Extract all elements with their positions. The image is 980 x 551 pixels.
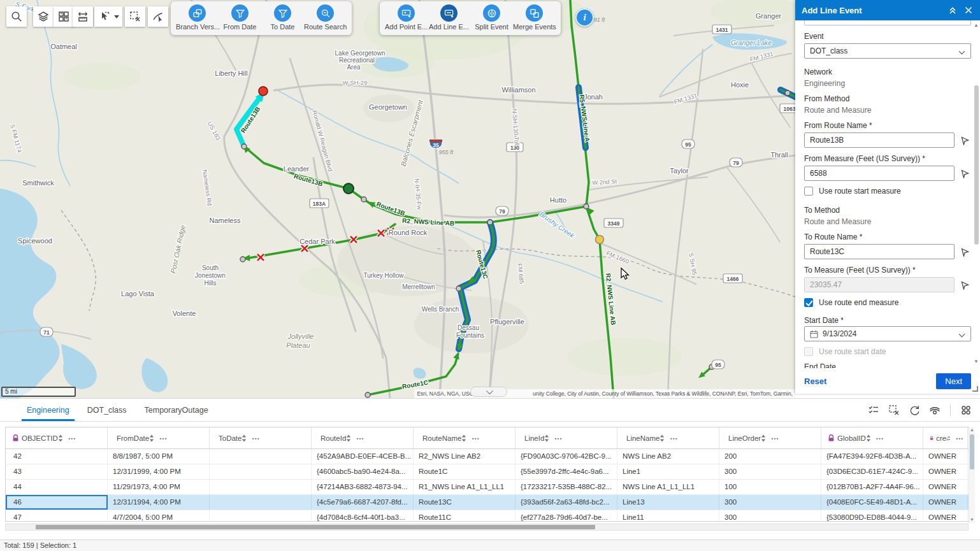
pick-from-measure-on-map-button[interactable]: [958, 167, 971, 180]
table-cell[interactable]: [210, 495, 312, 510]
scroll-down-icon[interactable]: ▼: [969, 517, 975, 523]
table-cell[interactable]: 4/7/2004, 5:00 PM: [108, 510, 210, 522]
table-row[interactable]: 4612/31/1994, 4:00 PM{4c5e79a6-6687-4207…: [6, 495, 974, 510]
table-row[interactable]: 428/8/1987, 5:00 PM{452A9ABD-E0EF-4CEB-B…: [6, 449, 974, 464]
collapse-panel-button[interactable]: [947, 4, 958, 16]
column-header-lineid[interactable]: LineId●●●: [515, 427, 617, 448]
table-cell[interactable]: {012B70B1-A2F7-4A4F-96...: [821, 480, 923, 494]
toolbar-button-split-event[interactable]: Split Event: [470, 3, 513, 31]
table-cell[interactable]: 300: [719, 510, 821, 522]
table-cell[interactable]: OWNER: [923, 495, 968, 510]
table-cell[interactable]: {ef277a28-79d6-40d7-be...: [515, 510, 617, 522]
tab-temporaryoutage[interactable]: TemporaryOutage: [136, 399, 217, 421]
next-button[interactable]: Next: [936, 373, 971, 389]
select-by-shape-button[interactable]: [148, 6, 168, 27]
table-cell[interactable]: {393ad56f-2a63-48fd-bc2...: [515, 495, 617, 510]
search-button[interactable]: [6, 6, 27, 27]
table-cell[interactable]: OWNER: [923, 480, 968, 494]
column-menu-icon[interactable]: ●●●: [771, 436, 779, 440]
table-cell[interactable]: Line1: [617, 464, 719, 479]
table-cell[interactable]: Line11: [617, 510, 719, 522]
sort-icon[interactable]: [58, 434, 63, 442]
pick-to-route-on-map-button[interactable]: [958, 245, 971, 258]
table-row[interactable]: 4312/31/1999, 4:00 PM{4600abc5-ba90-4e24…: [6, 464, 974, 480]
table-cell[interactable]: {47214AB3-6882-4873-94...: [312, 480, 414, 494]
table-cell[interactable]: Route13C: [414, 495, 515, 510]
table-cell[interactable]: 100: [719, 480, 821, 494]
column-menu-icon[interactable]: ●●●: [356, 436, 364, 440]
horizontal-scrollbar[interactable]: [5, 524, 969, 531]
table-cell[interactable]: {4600abc5-ba90-4e24-8a...: [312, 464, 414, 479]
column-header-objectid[interactable]: OBJECTID●●●: [6, 427, 108, 448]
table-cell[interactable]: OWNER: [923, 464, 968, 479]
scroll-down-icon[interactable]: ▼: [974, 359, 979, 364]
column-menu-icon[interactable]: ●●●: [554, 436, 562, 440]
pick-to-measure-on-map-button[interactable]: [958, 278, 971, 291]
table-cell[interactable]: 46: [6, 495, 108, 510]
reset-button[interactable]: Reset: [804, 376, 826, 386]
table-cell[interactable]: 12/31/1994, 4:00 PM: [108, 495, 210, 510]
sort-icon[interactable]: [461, 434, 466, 442]
table-cell[interactable]: {55e3997d-2ffc-4e4c-9a6...: [515, 464, 617, 479]
panel-scrollbar[interactable]: [974, 28, 979, 362]
table-cell[interactable]: 47: [6, 510, 108, 522]
table-cell[interactable]: {FA47E394-92F8-4D3B-A...: [821, 449, 923, 464]
column-header-todate[interactable]: ToDate●●●: [210, 427, 312, 448]
sort-icon[interactable]: [866, 434, 871, 442]
column-header-create[interactable]: create●●●: [923, 427, 968, 448]
map-canvas[interactable]: 351309595797914313349146671183A1063Oatme…: [0, 0, 795, 398]
table-cell[interactable]: 300: [719, 464, 821, 479]
table-cell[interactable]: [210, 449, 312, 464]
column-menu-icon[interactable]: ●●●: [956, 436, 963, 440]
clear-table-selection-button[interactable]: [885, 402, 903, 419]
table-cell[interactable]: 12/31/1999, 4:00 PM: [108, 464, 210, 479]
table-cell[interactable]: [210, 464, 312, 479]
toolbar-button-add-point-e[interactable]: Add Point E...: [385, 3, 428, 31]
show-selected-records-button[interactable]: [865, 402, 883, 419]
column-menu-icon[interactable]: ●●●: [252, 436, 259, 440]
column-header-lineorder[interactable]: LineOrder●●●: [719, 427, 821, 448]
table-cell[interactable]: Route1C: [414, 464, 515, 479]
table-row[interactable]: 474/7/2004, 5:00 PM{4d7084c8-6cf4-40f1-b…: [6, 510, 974, 522]
sort-icon[interactable]: [346, 434, 351, 442]
table-cell[interactable]: 8/8/1987, 5:00 PM: [108, 449, 210, 464]
scroll-up-icon[interactable]: ▲: [974, 23, 979, 28]
sort-icon[interactable]: [544, 434, 549, 442]
table-cell[interactable]: 43: [6, 464, 108, 479]
table-cell[interactable]: {03D6EC3D-61E7-424C-9...: [821, 464, 923, 479]
sort-icon[interactable]: [761, 434, 766, 442]
table-cell[interactable]: 200: [719, 449, 821, 464]
scroll-up-icon[interactable]: ▲: [969, 427, 975, 433]
table-cell[interactable]: 300: [719, 495, 821, 510]
column-menu-icon[interactable]: ●●●: [876, 436, 884, 440]
toolbar-button-merge-events[interactable]: Merge Events: [513, 3, 556, 31]
measure-button[interactable]: [73, 6, 93, 27]
scrollbar-thumb[interactable]: [36, 525, 595, 529]
table-cell[interactable]: Route11C: [414, 510, 515, 522]
table-cell[interactable]: OWNER: [923, 510, 968, 522]
table-cell[interactable]: 42: [6, 449, 108, 464]
table-cell[interactable]: {53080D9D-ED8B-4044-9...: [821, 510, 923, 522]
layers-button[interactable]: [33, 6, 54, 27]
start-date-input[interactable]: 9/13/2024: [804, 326, 971, 341]
event-select[interactable]: DOT_class: [804, 43, 971, 59]
column-menu-icon[interactable]: ●●●: [159, 436, 167, 440]
sort-icon[interactable]: [659, 434, 665, 442]
column-menu-icon[interactable]: ●●●: [670, 436, 677, 440]
table-cell[interactable]: {17233217-535B-488C-82...: [515, 480, 617, 494]
toolbar-button-branch-vers[interactable]: Branch Vers...: [176, 3, 219, 31]
use-route-end-measure-checkbox[interactable]: Use route end measure: [804, 298, 971, 307]
table-cell[interactable]: [210, 510, 312, 522]
use-route-start-measure-checkbox[interactable]: Use route start measure: [804, 187, 971, 196]
close-panel-button[interactable]: [963, 5, 974, 15]
table-cell[interactable]: {4c5e79a6-6687-4207-8fd...: [312, 495, 414, 510]
scrollbar-thumb[interactable]: [970, 434, 974, 469]
info-button[interactable]: i: [575, 8, 594, 27]
table-options-button[interactable]: [957, 402, 975, 419]
from-route-name-input[interactable]: Route13B: [804, 132, 955, 148]
table-cell[interactable]: {452A9ABD-E0EF-4CEB-B...: [312, 449, 414, 464]
attribution-collapse-button[interactable]: [470, 387, 507, 397]
panel-resize-handle[interactable]: [972, 386, 978, 392]
table-cell[interactable]: OWNER: [923, 449, 968, 464]
vertical-scrollbar[interactable]: ▲ ▼: [969, 427, 975, 523]
